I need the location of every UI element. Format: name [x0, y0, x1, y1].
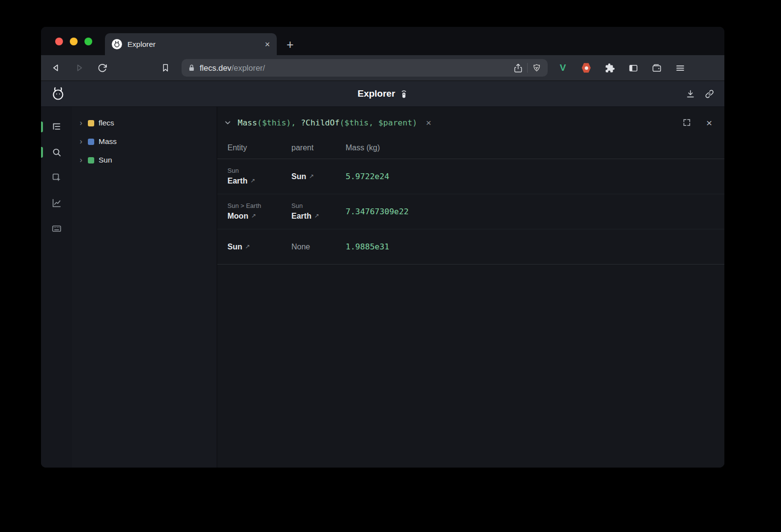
parent-cell: SunEarth↗	[291, 201, 346, 222]
link-icon[interactable]	[704, 89, 715, 99]
flecs-favicon-icon	[112, 39, 122, 49]
active-panel-indicator	[41, 147, 43, 158]
sidebar-toggle-icon[interactable]	[625, 61, 641, 75]
browser-window: Explorer × +	[41, 27, 724, 468]
bookmark-icon[interactable]	[157, 60, 174, 76]
mass-value: 5.9722e24	[346, 172, 724, 181]
entity-name: Moon	[227, 210, 248, 222]
forward-button[interactable]	[71, 60, 87, 76]
tab-explorer[interactable]: Explorer ×	[105, 33, 277, 55]
tab-close-icon[interactable]: ×	[265, 40, 270, 49]
app-header-actions	[685, 89, 715, 99]
extension-badge-icon[interactable]	[578, 61, 595, 75]
active-panel-indicator	[41, 122, 43, 132]
caret-icon: ›	[79, 138, 83, 145]
entity-cell: SunEarth↗	[227, 166, 291, 187]
main-content: ›flecs›Mass›Sun Mass($this), ?ChildOf($t…	[41, 106, 724, 468]
reload-button[interactable]	[94, 60, 110, 76]
tree-item-label: flecs	[99, 119, 114, 127]
open-entity-icon: ↗	[251, 210, 256, 222]
column-header: Mass (kg)	[346, 143, 724, 152]
brave-shields-icon[interactable]	[532, 63, 541, 73]
entity-name: Sun	[291, 171, 306, 183]
entity-link[interactable]: Sun↗	[227, 241, 291, 253]
tree-item-label: Mass	[99, 137, 117, 146]
entity-link[interactable]: Earth↗	[227, 175, 291, 187]
table-row: SunEarth↗Sun↗5.9722e24	[217, 159, 724, 194]
tab-title: Explorer	[127, 40, 259, 49]
new-tab-button[interactable]: +	[287, 39, 294, 51]
entity-color-swatch	[88, 120, 94, 126]
vue-devtools-icon[interactable]: V	[555, 61, 571, 75]
minimize-window-button[interactable]	[70, 38, 78, 45]
extensions-puzzle-icon[interactable]	[601, 61, 618, 75]
close-window-button[interactable]	[55, 38, 63, 45]
query-token: ($this, $parent)	[340, 118, 417, 127]
chevron-down-icon[interactable]	[222, 117, 233, 128]
url-path: /explorer/	[231, 63, 265, 72]
entity-link[interactable]: Sun↗	[291, 171, 346, 183]
page-title: Explorer	[357, 88, 408, 99]
entity-path: Sun	[227, 166, 291, 175]
url-domain: flecs.dev	[200, 63, 231, 72]
app-header: Explorer	[41, 81, 724, 106]
entity-none: None	[291, 241, 346, 253]
url-bar[interactable]: flecs.dev/explorer/	[182, 59, 548, 77]
statistics-icon[interactable]	[51, 197, 62, 209]
query-panel: Mass($this), ?ChildOf($this, $parent) × …	[217, 107, 724, 468]
caret-icon: ›	[79, 156, 83, 164]
open-entity-icon: ↗	[245, 241, 250, 252]
url-text: flecs.dev/explorer/	[200, 63, 265, 73]
mass-value: 7.34767309e22	[346, 207, 724, 216]
wallet-icon[interactable]	[648, 61, 665, 75]
entity-name: None	[291, 241, 310, 253]
query-token: ($this),	[257, 118, 301, 127]
commands-icon[interactable]	[51, 223, 62, 234]
entity-color-swatch	[88, 139, 94, 145]
share-icon[interactable]	[514, 63, 523, 73]
tree-item-sun[interactable]: ›Sun	[72, 151, 217, 169]
open-entity-icon: ↗	[314, 210, 319, 222]
flecs-logo	[51, 86, 65, 102]
browser-toolbar: flecs.dev/explorer/ V	[41, 55, 724, 81]
query-header: Mass($this), ?ChildOf($this, $parent) × …	[217, 110, 724, 135]
remote-connection-icon	[400, 88, 408, 99]
hierarchy-icon[interactable]	[51, 121, 62, 133]
parent-cell: None	[291, 241, 346, 253]
traffic-lights	[55, 38, 92, 45]
menu-icon[interactable]	[672, 61, 688, 75]
search-icon[interactable]	[51, 146, 62, 158]
results-body: SunEarth↗Sun↗5.9722e24Sun > EarthMoon↗Su…	[217, 159, 724, 265]
tree-item-label: Sun	[99, 156, 112, 164]
entity-tree: ›flecs›Mass›Sun	[72, 107, 217, 468]
query-token: ?ChildOf	[301, 118, 339, 127]
extension-icons: V	[555, 61, 688, 75]
open-entity-icon: ↗	[309, 170, 314, 182]
back-button[interactable]	[48, 60, 64, 76]
entity-path: Sun > Earth	[227, 201, 291, 210]
column-header: parent	[291, 143, 346, 152]
entity-link[interactable]: Earth↗	[291, 210, 346, 222]
entity-name: Sun	[227, 241, 242, 253]
download-icon[interactable]	[685, 89, 696, 99]
tool-rail	[41, 107, 72, 468]
clear-query-icon[interactable]: ×	[426, 118, 432, 127]
column-header: Entity	[227, 143, 291, 152]
entity-path: Sun	[291, 201, 346, 210]
zoom-window-button[interactable]	[84, 38, 92, 45]
entity-link[interactable]: Moon↗	[227, 210, 291, 222]
mass-value: 1.9885e31	[346, 242, 724, 251]
entity-color-swatch	[88, 157, 94, 164]
tree-item-mass[interactable]: ›Mass	[72, 132, 217, 151]
fullscreen-icon[interactable]	[681, 117, 692, 128]
query-token: Mass	[238, 118, 257, 127]
parent-cell: Sun↗	[291, 171, 346, 183]
close-panel-icon[interactable]: ×	[704, 117, 715, 128]
entity-cell: Sun↗	[227, 241, 291, 253]
inspect-icon[interactable]	[51, 172, 62, 184]
tab-strip: Explorer × +	[41, 27, 724, 55]
open-entity-icon: ↗	[250, 175, 255, 186]
results-header-row: EntityparentMass (kg)	[217, 137, 724, 159]
tree-item-flecs[interactable]: ›flecs	[72, 114, 217, 132]
query-expression[interactable]: Mass($this), ?ChildOf($this, $parent)	[238, 118, 417, 127]
